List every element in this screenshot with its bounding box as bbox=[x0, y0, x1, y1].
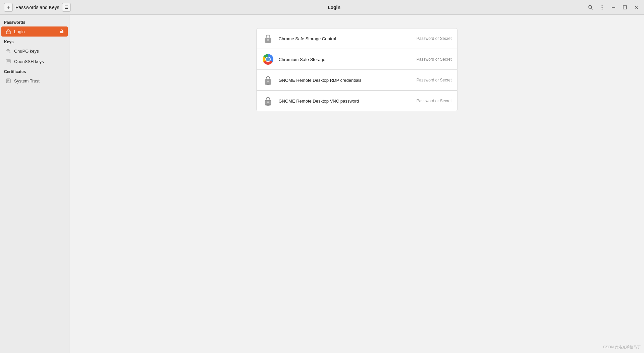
svg-point-3 bbox=[602, 7, 603, 8]
svg-rect-27 bbox=[267, 81, 269, 82]
gnupg-label: GnuPG keys bbox=[14, 49, 64, 54]
titlebar-right bbox=[583, 2, 644, 12]
minimize-button[interactable] bbox=[608, 2, 619, 12]
gnome-vnc-icon bbox=[262, 95, 274, 107]
menu-button[interactable]: ☰ bbox=[62, 3, 71, 12]
svg-rect-29 bbox=[266, 84, 269, 85]
svg-point-0 bbox=[589, 5, 592, 8]
svg-line-13 bbox=[9, 52, 11, 53]
sidebar-item-login[interactable]: Login bbox=[1, 26, 68, 37]
minimize-icon bbox=[611, 5, 616, 10]
svg-point-4 bbox=[602, 8, 603, 9]
svg-rect-24 bbox=[267, 39, 269, 41]
chromium-storage-name: Chromium Safe Storage bbox=[279, 57, 325, 62]
add-button[interactable]: + bbox=[4, 3, 13, 12]
openssh-icon bbox=[5, 58, 11, 64]
gnupg-icon bbox=[5, 48, 11, 54]
keys-section-label: Keys bbox=[0, 37, 69, 46]
list-item[interactable]: Chromium Safe Storage Password or Secret bbox=[256, 49, 458, 70]
svg-point-12 bbox=[7, 50, 9, 51]
svg-rect-9 bbox=[6, 31, 10, 34]
chrome-storage-type: Password or Secret bbox=[417, 36, 452, 41]
gnome-vnc-name: GNOME Remote Desktop VNC password bbox=[279, 99, 359, 104]
chromium-storage-type: Password or Secret bbox=[417, 57, 452, 62]
watermark: CSDN @洛克希德马丁 bbox=[603, 345, 641, 350]
svg-rect-34 bbox=[266, 105, 269, 106]
titlebar: + Passwords and Keys ☰ Login bbox=[0, 0, 644, 15]
sidebar-item-system-trust[interactable]: System Trust bbox=[1, 76, 68, 86]
maximize-button[interactable] bbox=[620, 2, 630, 12]
system-trust-icon bbox=[5, 78, 11, 84]
sidebar-item-openssh[interactable]: OpenSSH keys bbox=[1, 56, 68, 66]
more-icon bbox=[599, 5, 605, 10]
list-item[interactable]: GNOME Remote Desktop RDP credentials Pas… bbox=[256, 70, 458, 91]
svg-rect-33 bbox=[265, 105, 271, 106]
openssh-label: OpenSSH keys bbox=[14, 59, 64, 64]
gnome-rdp-name: GNOME Remote Desktop RDP credentials bbox=[279, 78, 362, 83]
app-title: Passwords and Keys bbox=[15, 5, 59, 10]
svg-rect-32 bbox=[267, 102, 269, 103]
svg-rect-28 bbox=[265, 84, 271, 85]
search-button[interactable] bbox=[586, 2, 596, 12]
search-icon bbox=[588, 5, 593, 10]
system-trust-label: System Trust bbox=[14, 78, 64, 83]
svg-point-2 bbox=[602, 5, 603, 6]
gnome-vnc-type: Password or Secret bbox=[417, 99, 452, 103]
maximize-icon bbox=[622, 5, 628, 10]
certificates-section-label: Certificates bbox=[0, 67, 69, 75]
list-item[interactable]: GNOME Remote Desktop VNC password Passwo… bbox=[256, 91, 458, 111]
gnome-rdp-icon bbox=[262, 74, 274, 86]
close-icon bbox=[634, 5, 639, 10]
lock-badge bbox=[60, 29, 64, 34]
content-area: Chrome Safe Storage Control Password or … bbox=[69, 15, 644, 353]
more-button[interactable] bbox=[597, 2, 607, 12]
login-label: Login bbox=[14, 29, 57, 34]
titlebar-center: Login bbox=[85, 5, 583, 10]
main-container: Passwords Login Keys bbox=[0, 15, 644, 353]
titlebar-left: + Passwords and Keys ☰ bbox=[0, 3, 85, 12]
close-button[interactable] bbox=[631, 2, 641, 12]
chrome-storage-name: Chrome Safe Storage Control bbox=[279, 36, 336, 41]
sidebar: Passwords Login Keys bbox=[0, 15, 69, 353]
svg-line-1 bbox=[591, 8, 593, 9]
svg-rect-10 bbox=[60, 31, 63, 33]
sidebar-item-gnupg[interactable]: GnuPG keys bbox=[1, 46, 68, 56]
login-icon bbox=[5, 28, 11, 35]
chromium-storage-icon bbox=[262, 53, 274, 65]
passwords-section-label: Passwords bbox=[0, 17, 69, 26]
window-title: Login bbox=[328, 5, 340, 10]
svg-rect-6 bbox=[623, 6, 627, 9]
gnome-rdp-type: Password or Secret bbox=[417, 78, 452, 82]
list-item[interactable]: Chrome Safe Storage Control Password or … bbox=[256, 28, 458, 49]
item-list: Chrome Safe Storage Control Password or … bbox=[256, 28, 458, 346]
chrome-storage-icon bbox=[262, 33, 274, 45]
